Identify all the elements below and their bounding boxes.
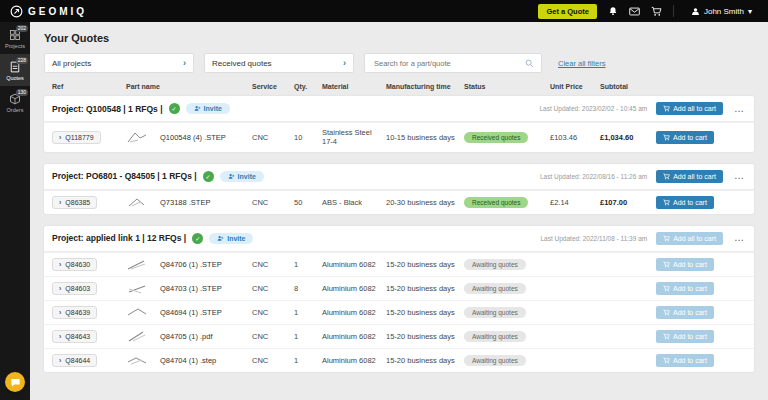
cart-icon	[663, 309, 670, 316]
ref-expand-button[interactable]: ›Q84630	[52, 258, 97, 271]
add-to-cart-button[interactable]: Add to cart	[656, 354, 714, 367]
column-header-part-name: Part name	[126, 83, 248, 90]
material-value: Aluminium 6082	[322, 308, 382, 317]
user-menu[interactable]: John Smith ▾	[685, 6, 758, 17]
sidebar-item-label: Quotes	[6, 75, 24, 81]
cart-button[interactable]	[651, 6, 662, 17]
notifications-button[interactable]	[608, 6, 618, 16]
invite-button[interactable]: Invite	[220, 171, 264, 182]
time-value: 10-15 business days	[386, 133, 460, 142]
time-value: 15-20 business days	[386, 260, 460, 269]
invite-button[interactable]: Invite	[186, 103, 230, 114]
part-thumbnail	[126, 282, 156, 295]
sidebar-item-quotes[interactable]: 228 Quotes	[0, 54, 30, 86]
add-to-cart-button[interactable]: Add to cart	[656, 330, 714, 343]
chevron-right-icon: ›	[343, 58, 346, 68]
add-to-cart-button[interactable]: Add to cart	[656, 196, 714, 209]
invite-user-icon	[194, 105, 201, 112]
logo-text: GEOMIQ	[28, 6, 87, 17]
subtotal-value: £107.00	[600, 198, 652, 207]
ref-label: Q84630	[65, 261, 90, 268]
last-updated-text: Last Updated: 2023/02/02 - 10:45 am	[539, 105, 647, 112]
qty-value: 1	[294, 260, 318, 269]
time-value: 15-20 business days	[386, 332, 460, 341]
part-thumbnail	[126, 258, 156, 271]
status-filter-dropdown[interactable]: Received quotes ›	[204, 53, 354, 73]
app-logo: GEOMIQ	[10, 5, 87, 18]
quote-row: ›Q118779 Q100548 (4) .STEP CNC 10 Stainl…	[44, 122, 754, 152]
subtotal-value: £1,034.60	[600, 133, 652, 142]
quotes-count-badge: 228	[16, 57, 28, 64]
project-status-icon: ✓	[203, 171, 214, 182]
ref-expand-button[interactable]: ›Q86385	[52, 196, 97, 209]
qty-value: 10	[294, 133, 318, 142]
search-box	[364, 53, 542, 73]
add-all-to-cart-button[interactable]: Add all to cart	[656, 232, 723, 245]
sidebar-item-orders[interactable]: 130 Orders	[0, 86, 30, 118]
column-header-qty: Qty.	[294, 83, 318, 90]
cart-icon	[663, 285, 670, 292]
ref-label: Q118779	[65, 134, 93, 141]
add-to-cart-button[interactable]: Add to cart	[656, 306, 714, 319]
search-input[interactable]	[372, 58, 521, 69]
ref-label: Q86385	[65, 199, 90, 206]
sidebar-item-projects[interactable]: 202 Projects	[0, 22, 30, 54]
envelope-icon	[629, 7, 640, 16]
status-filter-value: Received quotes	[212, 59, 272, 68]
inbox-button[interactable]	[629, 7, 640, 16]
add-all-to-cart-button[interactable]: Add all to cart	[656, 102, 723, 115]
invite-label: Invite	[227, 235, 245, 242]
part-name: Q84706 (1) .STEP	[160, 260, 248, 269]
add-to-cart-label: Add to cart	[673, 199, 707, 206]
material-value: Aluminium 6082	[322, 332, 382, 341]
qty-value: 50	[294, 198, 318, 207]
ref-expand-button[interactable]: ›Q118779	[52, 131, 101, 144]
chevron-right-icon: ›	[59, 261, 61, 268]
add-to-cart-label: Add to cart	[673, 134, 707, 141]
ref-expand-button[interactable]: ›Q84639	[52, 306, 97, 319]
chat-icon	[10, 377, 21, 388]
service-value: CNC	[252, 308, 290, 317]
ref-label: Q84643	[65, 333, 90, 340]
add-all-to-cart-button[interactable]: Add all to cart	[656, 170, 723, 183]
project-filter-dropdown[interactable]: All projects ›	[44, 53, 194, 73]
quote-row: ›Q86385 Q73188 .STEP CNC 50 ABS - Black …	[44, 190, 754, 214]
project-menu-button[interactable]: …	[732, 106, 746, 112]
project-header: Project: Q100548 | 1 RFQs | ✓ Invite Las…	[44, 96, 754, 122]
service-value: CNC	[252, 198, 290, 207]
column-header-manufacturing-time: Manufacturing time	[386, 83, 460, 90]
top-bar: GEOMIQ Get a Quote John Smith ▾	[0, 0, 768, 22]
part-thumbnail	[126, 306, 156, 319]
part-name: Q84694 (1) .STEP	[160, 308, 248, 317]
filter-bar: All projects › Received quotes › Clear a…	[44, 53, 754, 73]
ref-expand-button[interactable]: ›Q84643	[52, 330, 97, 343]
column-header-subtotal: Subtotal	[600, 83, 652, 90]
ref-expand-button[interactable]: ›Q84644	[52, 354, 97, 367]
project-menu-button[interactable]: …	[732, 235, 746, 241]
project-card: Project: PO6801 - Q84505 | 1 RFQs | ✓ In…	[44, 164, 754, 214]
chevron-right-icon: ›	[59, 333, 61, 340]
unit-price-value: £2.14	[550, 198, 596, 207]
cart-icon	[663, 235, 670, 242]
add-to-cart-button[interactable]: Add to cart	[656, 258, 714, 271]
clear-all-filters-link[interactable]: Clear all filters	[552, 58, 612, 69]
add-to-cart-button[interactable]: Add to cart	[656, 131, 714, 144]
last-updated-text: Last Updated: 2022/11/08 - 11:39 am	[540, 235, 647, 242]
invite-button[interactable]: Invite	[209, 233, 253, 244]
material-value: Aluminium 6082	[322, 356, 382, 365]
time-value: 20-30 business days	[386, 198, 460, 207]
ref-expand-button[interactable]: ›Q84603	[52, 282, 97, 295]
column-header-status: Status	[464, 83, 546, 90]
bell-icon	[608, 6, 618, 16]
chat-widget-button[interactable]	[5, 372, 25, 392]
chevron-down-icon: ▾	[748, 7, 752, 16]
part-name: Q73188 .STEP	[160, 198, 248, 207]
status-badge: Awaiting quotes	[464, 283, 526, 294]
get-a-quote-button[interactable]: Get a Quote	[538, 4, 597, 19]
project-title: Project: applied link 1 | 12 RFQs |	[52, 233, 186, 243]
project-menu-button[interactable]: …	[732, 173, 746, 179]
service-value: CNC	[252, 332, 290, 341]
add-to-cart-button[interactable]: Add to cart	[656, 282, 714, 295]
project-status-icon: ✓	[192, 233, 203, 244]
add-all-label: Add all to cart	[673, 173, 716, 180]
